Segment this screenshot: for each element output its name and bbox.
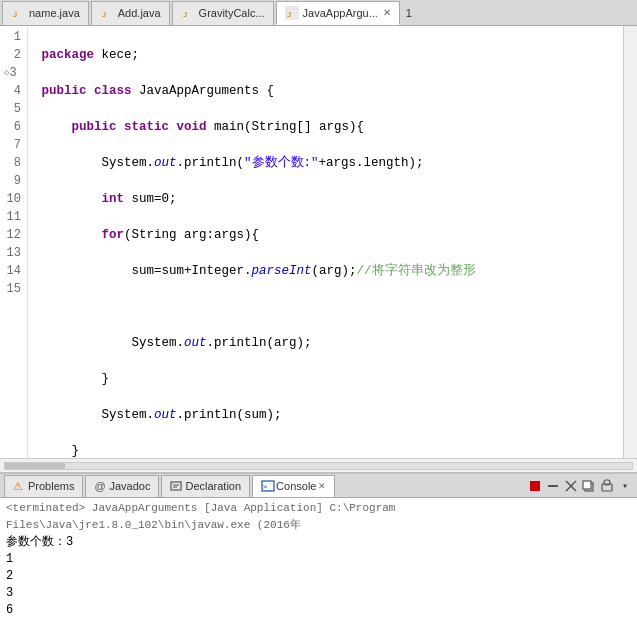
declaration-icon (170, 480, 182, 492)
svg-text:J: J (183, 10, 187, 19)
tab-label: Add.java (118, 7, 161, 19)
tab-label: GravityCalc... (199, 7, 265, 19)
console-output: <terminated> JavaAppArguments [Java Appl… (0, 498, 637, 624)
svg-rect-18 (583, 481, 591, 489)
bottom-tab-console-label: Console (276, 480, 316, 492)
tab-javaapp-java[interactable]: J JavaAppArgu... ✕ (276, 1, 400, 25)
console-line-1: 参数个数：3 (6, 534, 631, 551)
bottom-panel: ⚠ Problems @ Javadoc Declaration >_ Cons… (0, 472, 637, 624)
tab-overflow-indicator[interactable]: 1 (402, 7, 416, 19)
horizontal-scrollbar[interactable] (0, 458, 637, 472)
console-line-3: 2 (6, 568, 631, 585)
console-line-2: 1 (6, 551, 631, 568)
tab-javadoc[interactable]: @ Javadoc (85, 475, 159, 497)
svg-text:J: J (102, 10, 106, 19)
java-file-icon3: J (181, 6, 195, 20)
copy-btn[interactable] (581, 478, 597, 494)
tab-close-icon[interactable]: ✕ (383, 7, 391, 18)
tab-label: name.java (29, 7, 80, 19)
console-close-indicator: ✕ (318, 481, 326, 491)
clear-console-btn[interactable] (563, 478, 579, 494)
svg-text:J: J (13, 10, 17, 19)
tab-console[interactable]: >_ Console ✕ (252, 475, 335, 497)
vertical-scrollbar[interactable] (623, 26, 637, 458)
bottom-toolbar-right: ▾ (527, 478, 637, 494)
tab-label: JavaAppArgu... (303, 7, 378, 19)
tab-add-java[interactable]: J Add.java (91, 1, 170, 25)
code-editor[interactable]: 1 2 ◇3 4 5 6 7 8 9 10 11 12 13 14 15 pac… (0, 26, 637, 458)
line-numbers: 1 2 ◇3 4 5 6 7 8 9 10 11 12 13 14 15 (0, 26, 28, 458)
javadoc-at-icon: @ (94, 480, 106, 492)
bottom-tab-declaration-label: Declaration (185, 480, 241, 492)
problems-icon: ⚠ (13, 480, 25, 492)
svg-rect-13 (530, 481, 540, 491)
terminate-btn[interactable] (527, 478, 543, 494)
console-line-4: 3 (6, 585, 631, 602)
console-line-5: 6 (6, 602, 631, 619)
tab-problems[interactable]: ⚠ Problems (4, 475, 83, 497)
java-file-icon2: J (100, 6, 114, 20)
svg-text:J: J (287, 10, 291, 19)
remove-btn[interactable] (545, 478, 561, 494)
bottom-tab-bar: ⚠ Problems @ Javadoc Declaration >_ Cons… (0, 474, 637, 498)
tab-bar: J name.java J Add.java J GravityCalc... … (0, 0, 637, 26)
bottom-tab-problems-label: Problems (28, 480, 74, 492)
java-file-icon: J (11, 6, 25, 20)
scroll-lock-btn[interactable] (599, 478, 615, 494)
code-text[interactable]: package kece; public class JavaAppArgume… (28, 26, 623, 458)
svg-text:>_: >_ (263, 483, 272, 491)
java-file-icon4: J (285, 6, 299, 20)
bottom-tab-javadoc-label: Javadoc (109, 480, 150, 492)
console-icon: >_ (261, 480, 273, 492)
tab-declaration[interactable]: Declaration (161, 475, 250, 497)
tab-name-java[interactable]: J name.java (2, 1, 89, 25)
tab-gravity-java[interactable]: J GravityCalc... (172, 1, 274, 25)
svg-rect-8 (171, 482, 181, 490)
editor-window: J name.java J Add.java J GravityCalc... … (0, 0, 637, 624)
view-menu-btn[interactable]: ▾ (617, 478, 633, 494)
console-terminated-line: <terminated> JavaAppArguments [Java Appl… (6, 500, 631, 534)
